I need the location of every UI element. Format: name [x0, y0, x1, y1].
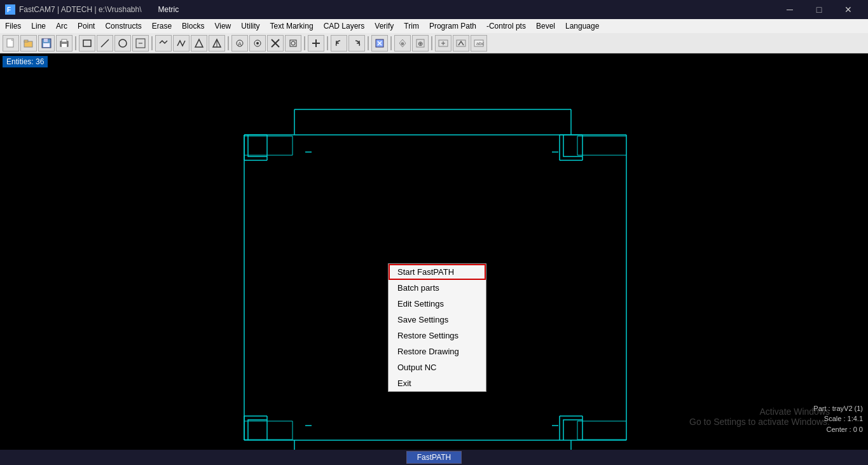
toggle3[interactable]: abc — [471, 35, 487, 52]
rectangle-button[interactable] — [79, 35, 95, 52]
menu-item-bevel[interactable]: Bevel — [531, 19, 560, 33]
menu-item-trim[interactable]: Trim — [399, 19, 424, 33]
cad-drawing — [0, 53, 868, 452]
toolbar-sep-8 — [431, 36, 432, 50]
entities-badge: Entities: 36 — [3, 56, 48, 67]
zoom-extent[interactable]: ⊕ — [394, 35, 411, 52]
context-menu: Start FastPATHBatch partsEdit SettingsSa… — [388, 263, 486, 392]
svg-rect-8 — [43, 43, 50, 47]
tool9[interactable]: A — [231, 35, 248, 52]
svg-rect-11 — [62, 44, 67, 47]
svg-text:A: A — [238, 41, 242, 47]
menu-item-text-marking[interactable]: Text Marking — [265, 19, 319, 33]
redo-button[interactable] — [348, 35, 365, 52]
svg-text:F: F — [7, 6, 11, 13]
menu-item-blocks[interactable]: Blocks — [177, 19, 209, 33]
context-menu-item-1[interactable]: Batch parts — [389, 280, 486, 296]
svg-rect-5 — [24, 40, 28, 42]
canvas-area: Entities: 36 — [0, 53, 868, 452]
context-menu-item-6[interactable]: Output NC — [389, 359, 486, 375]
new-button[interactable] — [3, 35, 19, 52]
taskbar: FastPATH — [0, 450, 868, 465]
menu-item-cad-layers[interactable]: CAD Layers — [319, 19, 370, 33]
svg-rect-10 — [62, 39, 67, 42]
context-menu-item-7[interactable]: Exit — [389, 375, 486, 391]
toolbar-sep-5 — [327, 36, 328, 50]
menu-item-line[interactable]: Line — [26, 19, 51, 33]
svg-rect-7 — [44, 39, 48, 42]
toolbar-sep-7 — [390, 36, 392, 50]
menu-item-files[interactable]: Files — [0, 19, 26, 33]
svg-rect-12 — [83, 40, 91, 46]
tool8[interactable] — [209, 35, 225, 52]
menu-item-language[interactable]: Language — [560, 19, 604, 33]
toolbar-sep-3 — [228, 36, 229, 50]
tool11[interactable] — [267, 35, 284, 52]
context-menu-item-4[interactable]: Restore Settings — [389, 328, 486, 344]
toolbar-sep-1 — [75, 36, 76, 50]
tool5[interactable] — [155, 35, 172, 52]
menu-item-constructs[interactable]: Constructs — [100, 19, 146, 33]
menu-item-point[interactable]: Point — [72, 19, 100, 33]
menu-item-program-path[interactable]: Program Path — [424, 19, 481, 33]
svg-text:abc: abc — [476, 41, 484, 46]
menu-item-verify[interactable]: Verify — [369, 19, 399, 33]
toolbar-sep-4 — [304, 36, 305, 50]
svg-point-27 — [291, 41, 295, 45]
toggle1[interactable] — [435, 35, 451, 52]
app-icon: F — [5, 4, 15, 15]
arc-button[interactable] — [132, 35, 149, 52]
undo-button[interactable] — [331, 35, 347, 52]
minimize-button[interactable]: ─ — [775, 0, 804, 19]
context-menu-item-2[interactable]: Edit Settings — [389, 296, 486, 312]
circle-button[interactable] — [114, 35, 131, 52]
title-text: FastCAM7 | ADTECH | e:\Vrushabh\ — [19, 5, 142, 14]
add-button[interactable] — [308, 35, 324, 52]
toggle2[interactable] — [453, 35, 469, 52]
title-metric: Metric — [158, 5, 179, 14]
open-button[interactable] — [20, 35, 37, 52]
menu-item-arc[interactable]: Arc — [51, 19, 72, 33]
context-menu-item-3[interactable]: Save Settings — [389, 312, 486, 328]
toolbar-sep-2 — [151, 36, 153, 50]
menu-bar: FilesLineArcPointConstructsEraseBlocksVi… — [0, 19, 868, 33]
close-button[interactable]: ✕ — [834, 0, 863, 19]
menu-item-erase[interactable]: Erase — [147, 19, 177, 33]
zoom-window[interactable]: ⊕ — [412, 35, 429, 52]
tool12[interactable] — [285, 35, 301, 52]
save-button[interactable] — [38, 35, 55, 52]
toolbar: A ⊕ ⊕ abc — [0, 33, 868, 53]
fastpath-taskbar-button[interactable]: FastPATH — [406, 451, 462, 464]
tool10[interactable] — [249, 35, 266, 52]
svg-point-23 — [256, 42, 259, 45]
tool7[interactable] — [191, 35, 207, 52]
menu-item-utility[interactable]: Utility — [236, 19, 265, 33]
maximize-button[interactable]: □ — [804, 0, 834, 19]
title-bar-controls: ─ □ ✕ — [775, 0, 863, 19]
svg-line-13 — [101, 39, 109, 47]
title-bar: F FastCAM7 | ADTECH | e:\Vrushabh\ Metri… — [0, 0, 868, 19]
svg-text:⊕: ⊕ — [418, 40, 423, 47]
title-bar-left: F FastCAM7 | ADTECH | e:\Vrushabh\ Metri… — [5, 4, 179, 15]
context-menu-item-5[interactable]: Restore Drawing — [389, 344, 486, 359]
settings-button[interactable] — [371, 35, 388, 52]
svg-point-14 — [119, 39, 127, 47]
context-menu-item-0[interactable]: Start FastPATH — [389, 264, 486, 280]
tool6[interactable] — [173, 35, 189, 52]
svg-marker-17 — [195, 39, 203, 47]
menu-item--control-pts[interactable]: -Control pts — [481, 19, 531, 33]
svg-text:⊕: ⊕ — [401, 41, 404, 46]
print-button[interactable] — [56, 35, 72, 52]
toolbar-sep-6 — [368, 36, 369, 50]
menu-item-view[interactable]: View — [209, 19, 236, 33]
line-button[interactable] — [97, 35, 113, 52]
